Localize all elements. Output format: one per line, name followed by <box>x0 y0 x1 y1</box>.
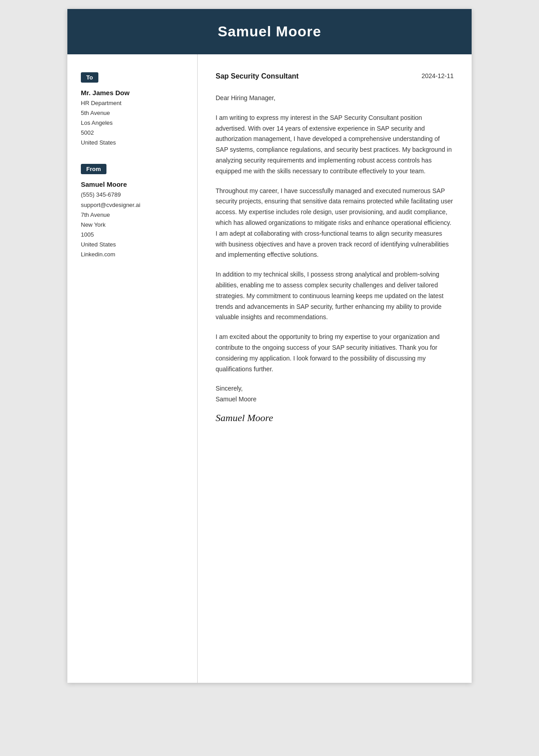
paragraph-3: In addition to my technical skills, I po… <box>216 269 454 323</box>
sender-city: New York <box>81 220 184 230</box>
signature-cursive: Samuel Moore <box>216 412 454 424</box>
recipient-zip: 5002 <box>81 128 184 138</box>
header-name: Samuel Moore <box>76 23 463 40</box>
sender-phone: (555) 345-6789 <box>81 190 184 200</box>
sidebar: To Mr. James Dow HR Department 5th Avenu… <box>67 54 198 683</box>
from-section: From Samuel Moore (555) 345-6789 support… <box>81 164 184 259</box>
closing-name: Samuel Moore <box>216 394 454 405</box>
sender-info: (555) 345-6789 support@cvdesigner.ai 7th… <box>81 190 184 259</box>
main-content: Sap Security Consultant 2024-12-11 Dear … <box>198 54 472 683</box>
letter-body: Dear Hiring Manager, I am writing to exp… <box>216 93 454 374</box>
paragraph-4: I am excited about the opportunity to br… <box>216 332 454 374</box>
sender-country: United States <box>81 240 184 250</box>
from-label: From <box>81 164 106 174</box>
recipient-department: HR Department <box>81 98 184 108</box>
recipient-city: Los Angeles <box>81 118 184 128</box>
recipient-name: Mr. James Dow <box>81 89 184 97</box>
greeting: Dear Hiring Manager, <box>216 93 454 104</box>
to-label: To <box>81 72 98 83</box>
paragraph-2: Throughout my career, I have successfull… <box>216 186 454 261</box>
sender-name: Samuel Moore <box>81 180 184 188</box>
body-layout: To Mr. James Dow HR Department 5th Avenu… <box>67 54 472 683</box>
closing: Sincerely, Samuel Moore <box>216 383 454 405</box>
to-section: To Mr. James Dow HR Department 5th Avenu… <box>81 72 184 148</box>
header: Samuel Moore <box>67 9 472 54</box>
sender-email: support@cvdesigner.ai <box>81 200 184 210</box>
letter-date: 2024-12-11 <box>421 72 454 79</box>
recipient-country: United States <box>81 138 184 148</box>
sender-linkedin: Linkedin.com <box>81 250 184 259</box>
recipient-info: HR Department 5th Avenue Los Angeles 500… <box>81 98 184 148</box>
closing-line: Sincerely, <box>216 383 454 394</box>
sender-zip: 1005 <box>81 230 184 240</box>
sender-street: 7th Avenue <box>81 210 184 220</box>
cover-letter-page: Samuel Moore To Mr. James Dow HR Departm… <box>67 9 472 683</box>
paragraph-1: I am writing to express my interest in t… <box>216 113 454 177</box>
job-title: Sap Security Consultant <box>216 72 299 80</box>
recipient-street: 5th Avenue <box>81 108 184 118</box>
letter-header-row: Sap Security Consultant 2024-12-11 <box>216 72 454 80</box>
